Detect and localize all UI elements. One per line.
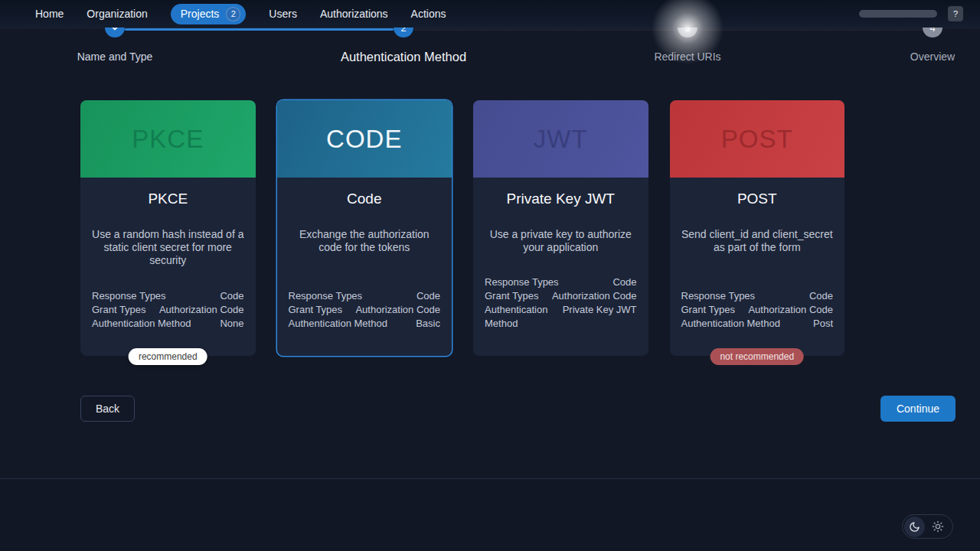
nav-item-authorizations[interactable]: Authorizations <box>320 8 388 20</box>
auth-card-code[interactable]: CODE Code Exchange the authorization cod… <box>277 100 452 356</box>
post-title: POST <box>670 191 845 207</box>
attribute-row: Grant Types Authorization Code <box>289 303 441 317</box>
nav-item-home[interactable]: Home <box>35 8 64 20</box>
pkce-attributes: Response Types Code Grant Types Authoriz… <box>92 289 244 331</box>
attribute-row: Response Types Code <box>681 289 834 303</box>
footer <box>0 478 980 551</box>
stepper-connector-2-3 <box>414 29 678 31</box>
auth-card-pkce[interactable]: PKCE PKCE Use a random hash instead of a… <box>80 100 256 356</box>
attribute-value: Basic <box>416 317 440 331</box>
attribute-row: Authentication Method Basic <box>289 317 441 331</box>
code-description: Exchange the authorization code for the … <box>289 228 441 254</box>
attribute-row: Response Types Code <box>92 289 244 303</box>
attribute-label: Authentication Method <box>485 303 557 331</box>
post-attributes: Response Types Code Grant Types Authoriz… <box>681 289 834 331</box>
attribute-label: Authentication Method <box>92 317 191 331</box>
attribute-row: Response Types Code <box>289 289 441 303</box>
attribute-value: Post <box>813 317 833 331</box>
attribute-label: Authentication Method <box>681 317 780 331</box>
auth-method-card-grid: PKCE PKCE Use a random hash instead of a… <box>80 100 844 356</box>
stepper-connector-done <box>125 28 394 31</box>
moon-icon <box>909 521 920 533</box>
attribute-label: Grant Types <box>485 289 539 303</box>
attribute-row: Grant Types Authorization Code <box>485 289 637 303</box>
attribute-value: Code <box>612 276 636 289</box>
theme-toggle <box>902 514 953 539</box>
attribute-row: Grant Types Authorization Code <box>92 303 244 317</box>
attribute-label: Authentication Method <box>289 317 387 331</box>
search-input[interactable] <box>859 10 937 18</box>
recommended-badge: recommended <box>129 348 207 365</box>
not-recommended-badge: not recommended <box>710 348 804 365</box>
attribute-value: Authorization Code <box>552 289 637 303</box>
attribute-value: Authorization Code <box>355 303 440 317</box>
app-window: Home Organization Projects 2 Users Autho… <box>0 0 980 551</box>
jwt-description: Use a private key to authorize your appl… <box>485 228 637 254</box>
jwt-attributes: Response Types Code Grant Types Authoriz… <box>485 276 637 331</box>
attribute-value: Authorization Code <box>159 303 244 317</box>
nav-item-users[interactable]: Users <box>269 8 297 20</box>
pkce-banner: PKCE <box>80 100 256 178</box>
sun-icon <box>932 520 944 533</box>
dark-mode-button[interactable] <box>904 517 925 537</box>
attribute-value: Code <box>220 289 243 303</box>
nav-item-organization[interactable]: Organization <box>87 8 147 20</box>
nav-item-actions[interactable]: Actions <box>411 8 446 20</box>
attribute-label: Response Types <box>289 289 363 303</box>
attribute-label: Response Types <box>681 289 756 303</box>
nav-item-projects[interactable]: Projects 2 <box>171 4 247 24</box>
attribute-label: Grant Types <box>289 303 343 317</box>
auth-card-post[interactable]: POST POST Send client_id and client_secr… <box>670 100 845 356</box>
attribute-row: Authentication Method Post <box>681 317 834 331</box>
post-description: Send client_id and client_secret as part… <box>681 228 834 254</box>
back-button[interactable]: Back <box>80 396 135 422</box>
continue-button[interactable]: Continue <box>880 396 956 422</box>
auth-card-jwt[interactable]: JWT Private Key JWT Use a private key to… <box>473 100 648 356</box>
attribute-value: Code <box>809 289 833 303</box>
code-attributes: Response Types Code Grant Types Authoriz… <box>289 289 441 331</box>
light-mode-button[interactable] <box>925 520 951 533</box>
attribute-value: Code <box>416 289 440 303</box>
code-banner: CODE <box>277 100 452 178</box>
attribute-label: Response Types <box>485 276 559 289</box>
navbar-right-group: ? <box>859 6 963 21</box>
attribute-label: Response Types <box>92 289 166 303</box>
attribute-row: Grant Types Authorization Code <box>681 303 834 317</box>
stepper-connector-3-4 <box>698 29 923 31</box>
attribute-row: Response Types Code <box>485 276 637 289</box>
attribute-row: Authentication Method None <box>92 317 244 331</box>
attribute-label: Grant Types <box>681 303 736 317</box>
projects-count-badge: 2 <box>226 7 240 21</box>
nav-item-projects-label: Projects <box>181 8 220 20</box>
step-4-label: Overview <box>910 51 955 63</box>
step-3-label: Redirect URIs <box>654 51 720 63</box>
attribute-value: Private Key JWT <box>563 303 637 331</box>
jwt-title: Private Key JWT <box>473 191 648 207</box>
attribute-row: Authentication Method Private Key JWT <box>485 303 637 331</box>
pkce-description: Use a random hash instead of a static cl… <box>92 228 244 267</box>
pkce-title: PKCE <box>80 191 256 207</box>
top-navbar: Home Organization Projects 2 Users Autho… <box>0 0 980 28</box>
attribute-label: Grant Types <box>92 303 146 317</box>
step-2-label: Authentication Method <box>341 50 466 64</box>
help-button[interactable]: ? <box>948 6 963 21</box>
code-title: Code <box>277 191 452 207</box>
step-1-label: Name and Type <box>77 51 153 63</box>
attribute-value: None <box>220 317 243 331</box>
jwt-banner: JWT <box>473 100 648 178</box>
attribute-value: Authorization Code <box>748 303 833 317</box>
post-banner: POST <box>670 100 845 178</box>
